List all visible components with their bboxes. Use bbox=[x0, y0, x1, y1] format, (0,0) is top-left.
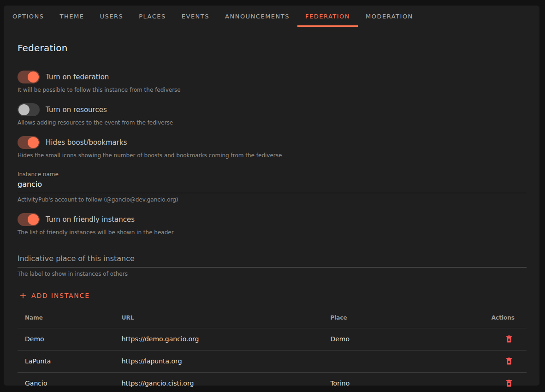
federation-toggle-label: Turn on federation bbox=[46, 73, 109, 81]
instance-name-label: Instance name bbox=[18, 171, 59, 178]
tab-places[interactable]: PLACES bbox=[131, 6, 174, 27]
resources-switch-block: Turn on resources Allows adding resource… bbox=[18, 103, 527, 126]
toggle-thumb bbox=[28, 71, 39, 83]
instance-place-hint: The label to show in instances of others bbox=[18, 271, 527, 277]
instance-name-hint: ActivityPub's account to follow (@gancio… bbox=[18, 196, 527, 203]
column-header-place: Place bbox=[323, 308, 483, 328]
delete-instance-button[interactable] bbox=[504, 378, 515, 389]
instance-place-cell: Demo bbox=[323, 328, 483, 350]
trash-delete-icon bbox=[504, 338, 514, 345]
hide-boosts-switch-block: Hides boost/bookmarks Hides the small ic… bbox=[18, 136, 527, 159]
resources-toggle[interactable] bbox=[18, 103, 40, 116]
tab-announcements[interactable]: ANNOUNCEMENTS bbox=[217, 6, 297, 27]
table-row: Gancio https://gancio.cisti.org Torino bbox=[18, 372, 527, 392]
instance-url-cell: https://demo.gancio.org bbox=[114, 328, 323, 350]
friendly-instances-toggle-label: Turn on friendly instances bbox=[46, 215, 135, 224]
trash-delete-icon bbox=[504, 382, 514, 389]
federation-switch-block: Turn on federation It will be possible t… bbox=[18, 71, 527, 93]
toggle-thumb bbox=[28, 214, 39, 225]
instance-name-cell: LaPunta bbox=[18, 350, 114, 372]
toggle-thumb bbox=[28, 137, 39, 148]
toggle-thumb bbox=[18, 104, 30, 115]
column-header-name: Name bbox=[18, 308, 114, 328]
instance-place-input[interactable] bbox=[18, 252, 527, 267]
friendly-instances-switch-block: Turn on friendly instances The list of f… bbox=[18, 213, 527, 236]
page-title: Federation bbox=[18, 42, 527, 53]
add-instance-label: ADD INSTANCE bbox=[31, 292, 90, 299]
federation-toggle-hint: It will be possible to follow this insta… bbox=[18, 87, 527, 93]
tab-users[interactable]: USERS bbox=[92, 6, 131, 27]
hide-boosts-toggle-label: Hides boost/bookmarks bbox=[46, 138, 127, 147]
federation-toggle[interactable] bbox=[18, 71, 40, 83]
tab-federation[interactable]: FEDERATION bbox=[297, 6, 358, 27]
trash-delete-icon bbox=[504, 360, 514, 367]
table-header-row: Name URL Place Actions bbox=[18, 308, 527, 328]
tab-events[interactable]: EVENTS bbox=[174, 6, 217, 27]
instance-url-cell: https://gancio.cisti.org bbox=[114, 372, 323, 392]
column-header-url: URL bbox=[114, 308, 323, 328]
plus-icon bbox=[18, 291, 28, 300]
instance-place-cell bbox=[323, 350, 483, 372]
add-instance-button[interactable]: ADD INSTANCE bbox=[18, 290, 93, 301]
admin-tabs: OPTIONS THEME USERS PLACES EVENTS ANNOUN… bbox=[4, 6, 539, 27]
tab-theme[interactable]: THEME bbox=[52, 6, 92, 27]
instance-name-cell: Gancio bbox=[18, 372, 114, 392]
friendly-instances-toggle-hint: The list of friendly instances will be s… bbox=[18, 229, 527, 236]
instance-name-field-block: Instance name ActivityPub's account to f… bbox=[18, 169, 527, 203]
instance-url-cell: https://lapunta.org bbox=[114, 350, 323, 372]
resources-toggle-label: Turn on resources bbox=[46, 106, 107, 114]
table-row: Demo https://demo.gancio.org Demo bbox=[18, 328, 527, 350]
hide-boosts-toggle[interactable] bbox=[18, 136, 40, 149]
instance-name-cell: Demo bbox=[18, 328, 114, 350]
friendly-instances-toggle[interactable] bbox=[18, 213, 40, 226]
delete-instance-button[interactable] bbox=[504, 333, 515, 344]
friendly-instances-table: Name URL Place Actions Demo https://demo… bbox=[18, 308, 527, 392]
instance-name-input[interactable] bbox=[18, 178, 527, 193]
delete-instance-button[interactable] bbox=[504, 356, 515, 367]
admin-settings-card: OPTIONS THEME USERS PLACES EVENTS ANNOUN… bbox=[4, 6, 539, 386]
instance-place-field-block: The label to show in instances of others bbox=[18, 252, 527, 277]
table-row: LaPunta https://lapunta.org bbox=[18, 350, 527, 372]
resources-toggle-hint: Allows adding resources to the event fro… bbox=[18, 119, 527, 126]
column-header-actions: Actions bbox=[483, 308, 527, 328]
hide-boosts-toggle-hint: Hides the small icons showing the number… bbox=[18, 152, 527, 159]
tab-options[interactable]: OPTIONS bbox=[5, 6, 52, 27]
instance-place-cell: Torino bbox=[323, 372, 483, 392]
federation-settings: Federation Turn on federation It will be… bbox=[4, 42, 539, 392]
tab-moderation[interactable]: MODERATION bbox=[358, 6, 421, 27]
